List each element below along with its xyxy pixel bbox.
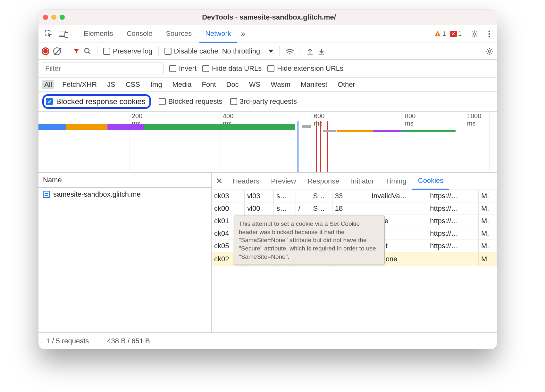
- cookie-cell: S…: [310, 202, 332, 215]
- upload-har-icon[interactable]: [306, 47, 314, 55]
- checkbox-icon: [103, 48, 110, 55]
- detail-tab-initiator[interactable]: Initiator: [345, 173, 380, 189]
- filter-icon[interactable]: [73, 48, 80, 55]
- disable-cache-label: Disable cache: [174, 47, 218, 55]
- blocked-requests-label: Blocked requests: [168, 97, 222, 106]
- cookie-cell: InvalidVa…: [369, 190, 427, 202]
- detail-tabs: ✕ Headers Preview Response Initiator Tim…: [212, 173, 497, 190]
- third-party-requests-checkbox[interactable]: 3rd-party requests: [230, 97, 297, 106]
- search-icon[interactable]: [84, 47, 91, 55]
- cookie-cell: https://…: [427, 240, 479, 252]
- svg-point-12: [289, 53, 290, 54]
- filter-font[interactable]: Font: [200, 80, 218, 89]
- filter-css[interactable]: CSS: [124, 80, 142, 89]
- timeline-overview[interactable]: 200 ms 400 ms 600 ms 800 ms 1000 ms: [38, 112, 497, 173]
- blocked-requests-checkbox[interactable]: Blocked requests: [159, 97, 222, 106]
- blocked-response-cookies-label: Blocked response cookies: [56, 97, 146, 106]
- extra-filters: Blocked response cookies Blocked request…: [38, 92, 497, 112]
- request-area: Name samesite-sandbox.glitch.me ✕ Header…: [38, 173, 497, 332]
- svg-point-7: [489, 30, 490, 32]
- cookie-row[interactable]: ck03vl03s…S…33InvalidVa…https://…M.: [212, 190, 497, 202]
- cookie-cell: M.: [478, 190, 497, 202]
- detail-tab-headers[interactable]: Headers: [227, 173, 265, 189]
- name-column-header[interactable]: Name: [38, 173, 211, 188]
- filter-img[interactable]: Img: [148, 80, 164, 89]
- detail-tab-cookies[interactable]: Cookies: [412, 173, 449, 190]
- close-detail-button[interactable]: ✕: [212, 176, 227, 186]
- device-toolbar-icon[interactable]: [57, 30, 70, 38]
- detail-tab-response[interactable]: Response: [302, 173, 345, 189]
- checkbox-icon: [159, 98, 166, 105]
- svg-point-6: [473, 33, 476, 35]
- cookie-cell: [296, 190, 310, 202]
- cookie-cell: ck00: [212, 202, 245, 215]
- filter-doc[interactable]: Doc: [224, 80, 241, 89]
- tick-label: 800 ms: [405, 112, 415, 127]
- cookie-cell: 33: [332, 190, 354, 202]
- filter-other[interactable]: Other: [336, 80, 357, 89]
- warning-icon: [434, 30, 441, 37]
- cookie-cell: s…: [274, 202, 296, 215]
- cookie-blocked-tooltip: This attempt to set a cookie via a Set-C…: [234, 216, 385, 265]
- detail-tab-timing[interactable]: Timing: [380, 173, 412, 189]
- cookie-cell: ck03: [212, 190, 245, 202]
- warnings-badge[interactable]: 1: [434, 30, 446, 37]
- clear-button[interactable]: [53, 47, 61, 55]
- filter-manifest[interactable]: Manifest: [299, 80, 329, 89]
- minimize-window-button[interactable]: [51, 15, 56, 20]
- network-conditions-icon[interactable]: [285, 48, 294, 55]
- request-row[interactable]: samesite-sandbox.glitch.me: [38, 188, 211, 201]
- cookie-cell: https://…: [427, 215, 479, 227]
- hide-extension-urls-label: Hide extension URLs: [277, 64, 343, 73]
- timeline-bar: [337, 130, 373, 132]
- cookie-cell: M.: [478, 227, 497, 240]
- cookie-cell: S…: [310, 190, 332, 202]
- svg-rect-4: [437, 33, 438, 35]
- tab-elements[interactable]: Elements: [78, 25, 119, 43]
- settings-icon[interactable]: [468, 30, 481, 38]
- hide-data-urls-label: Hide data URLs: [212, 64, 262, 73]
- kebab-menu-icon[interactable]: [483, 30, 496, 38]
- network-settings-icon[interactable]: [485, 47, 494, 55]
- cookie-cell: M.: [478, 202, 497, 215]
- throttling-dropdown[interactable]: No throttling: [222, 47, 274, 55]
- document-icon: [43, 191, 50, 198]
- checkbox-icon: [267, 65, 274, 72]
- invert-checkbox[interactable]: Invert: [169, 64, 197, 73]
- blocked-response-cookies-checkbox[interactable]: Blocked response cookies: [42, 94, 151, 109]
- filter-js[interactable]: JS: [105, 80, 117, 89]
- hide-data-urls-checkbox[interactable]: Hide data URLs: [202, 64, 262, 73]
- disable-cache-checkbox[interactable]: Disable cache: [164, 47, 218, 55]
- filter-input[interactable]: [42, 62, 164, 75]
- tab-console[interactable]: Console: [121, 25, 158, 43]
- overflow-tabs-button[interactable]: »: [239, 24, 251, 44]
- record-button[interactable]: [42, 47, 49, 55]
- hide-extension-urls-checkbox[interactable]: Hide extension URLs: [267, 64, 343, 73]
- zoom-window-button[interactable]: [60, 15, 65, 20]
- requests-list: Name samesite-sandbox.glitch.me: [38, 173, 212, 332]
- errors-count: 1: [458, 30, 462, 37]
- status-bar: 1 / 5 requests 438 B / 651 B: [38, 332, 497, 349]
- timeline-bar: [323, 130, 337, 132]
- download-har-icon[interactable]: [318, 47, 325, 55]
- close-window-button[interactable]: [43, 15, 48, 20]
- filter-wasm[interactable]: Wasm: [269, 80, 292, 89]
- cookie-row[interactable]: ck00vl00s…/S…18https://…M.: [212, 202, 497, 215]
- filter-all[interactable]: All: [42, 80, 54, 89]
- timeline-bar: [302, 125, 311, 128]
- filter-fetch-xhr[interactable]: Fetch/XHR: [60, 80, 99, 89]
- tab-sources[interactable]: Sources: [160, 25, 197, 43]
- filter-ws[interactable]: WS: [247, 80, 262, 89]
- errors-badge[interactable]: ✕ 1: [450, 30, 462, 37]
- detail-tab-preview[interactable]: Preview: [265, 173, 302, 189]
- timeline-bar: [144, 124, 295, 130]
- tab-network[interactable]: Network: [199, 25, 237, 43]
- preserve-log-checkbox[interactable]: Preserve log: [103, 47, 153, 55]
- svg-point-8: [489, 33, 490, 35]
- filter-media[interactable]: Media: [171, 80, 194, 89]
- inspect-element-icon[interactable]: [42, 30, 55, 38]
- cookies-table[interactable]: ck03vl03s…S…33InvalidVa…https://…M.ck00v…: [212, 190, 497, 332]
- separator: [158, 46, 159, 56]
- tick-label: 600 ms: [314, 112, 324, 127]
- separator: [300, 46, 300, 56]
